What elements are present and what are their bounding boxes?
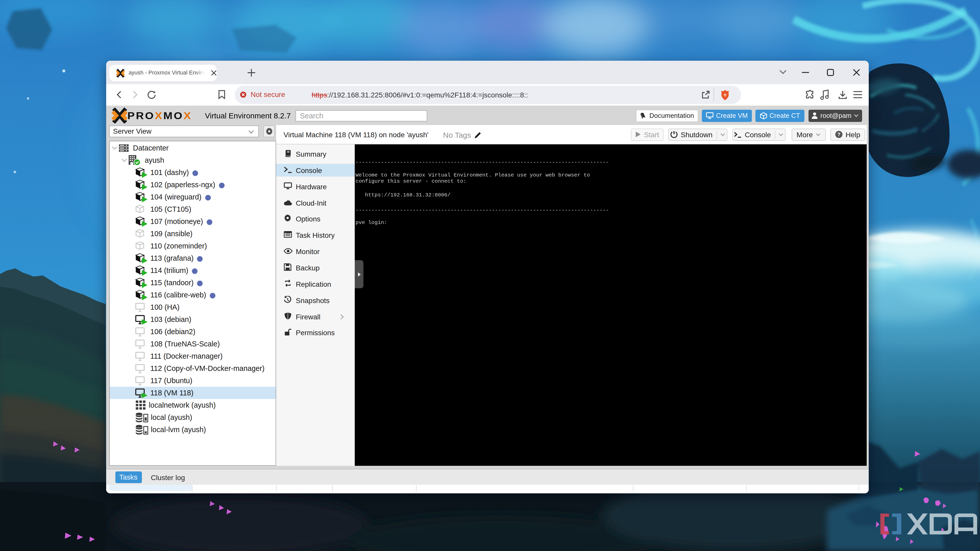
svg-text:?: ? [837, 132, 840, 138]
